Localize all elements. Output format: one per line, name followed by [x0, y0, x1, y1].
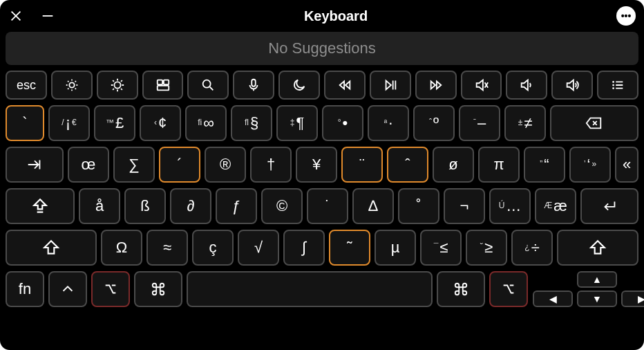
key-leftbracket[interactable]: ”“: [524, 147, 565, 183]
key-2[interactable]: ™£: [94, 105, 135, 141]
dictation-key[interactable]: [233, 71, 274, 100]
key-7[interactable]: °•: [322, 105, 363, 141]
brightness-down-key[interactable]: [51, 71, 93, 100]
microphone-icon: [246, 77, 261, 93]
key-5[interactable]: fl§: [231, 105, 272, 141]
window-title: Keyboard: [304, 8, 368, 24]
key-w[interactable]: ∑: [113, 147, 155, 183]
key-i[interactable]: ˆ: [387, 147, 428, 183]
rewind-icon: [337, 77, 352, 93]
key-k[interactable]: ˚: [398, 188, 439, 224]
spotlight-key[interactable]: [187, 71, 229, 100]
control-key[interactable]: [48, 271, 87, 307]
fast-forward-key[interactable]: [415, 71, 457, 100]
key-m[interactable]: µ: [375, 230, 416, 266]
command-left-key[interactable]: [134, 271, 182, 307]
option-right-key[interactable]: [489, 271, 528, 307]
brightness-down-icon: [64, 77, 79, 93]
list-icon: [610, 77, 625, 93]
key-semicolon[interactable]: Ú…: [489, 188, 531, 224]
key-minus[interactable]: ±≠: [504, 105, 546, 141]
close-button[interactable]: [8, 8, 23, 24]
key-g[interactable]: ©: [261, 188, 303, 224]
key-r[interactable]: ®: [205, 147, 246, 183]
command-icon: [151, 282, 166, 297]
arrow-down-key[interactable]: ▼: [577, 291, 617, 307]
svg-point-8: [612, 84, 614, 86]
key-6[interactable]: ‡¶: [276, 105, 318, 141]
key-4[interactable]: fi∞: [185, 105, 227, 141]
key-p[interactable]: π: [478, 147, 520, 183]
titlebar: Keyboard •••: [6, 6, 638, 26]
key-9[interactable]: ˆº: [413, 105, 455, 141]
key-backslash[interactable]: «: [615, 147, 638, 183]
list-key[interactable]: [597, 71, 638, 100]
svg-rect-2: [157, 80, 162, 84]
key-f[interactable]: ƒ: [216, 188, 257, 224]
key-comma[interactable]: ¯≤: [420, 230, 462, 266]
key-u[interactable]: ¨: [341, 147, 383, 183]
key-grave[interactable]: `: [6, 105, 44, 141]
volume-up-key[interactable]: [551, 71, 593, 100]
key-a[interactable]: å: [79, 188, 120, 224]
key-z[interactable]: Ω: [101, 230, 142, 266]
brightness-up-key[interactable]: [97, 71, 138, 100]
row-3: å ß ∂ ƒ © ˙ ∆ ˚ ¬ Ú… Ææ: [6, 188, 638, 224]
key-y[interactable]: ¥: [296, 147, 337, 183]
key-3[interactable]: ‹¢: [140, 105, 181, 141]
key-o[interactable]: ø: [433, 147, 474, 183]
key-1[interactable]: /¡€: [48, 105, 90, 141]
arrow-left-key[interactable]: ◀: [533, 291, 573, 307]
key-e[interactable]: ´: [159, 147, 200, 183]
option-left-key[interactable]: [91, 271, 130, 307]
fn-key[interactable]: fn: [6, 271, 44, 307]
key-d[interactable]: ∂: [170, 188, 211, 224]
fast-forward-icon: [428, 77, 444, 93]
function-row: esc: [6, 71, 638, 100]
key-0[interactable]: ˉ–: [459, 105, 500, 141]
key-q[interactable]: œ: [68, 147, 109, 183]
do-not-disturb-key[interactable]: [278, 71, 320, 100]
moon-icon: [292, 77, 307, 93]
key-period[interactable]: ˘≥: [466, 230, 507, 266]
arrow-up-key[interactable]: ▲: [577, 271, 617, 288]
play-pause-key[interactable]: [370, 71, 411, 100]
key-v[interactable]: √: [238, 230, 279, 266]
mission-control-key[interactable]: [142, 71, 184, 100]
key-8[interactable]: ª·: [368, 105, 409, 141]
command-icon: [453, 282, 468, 297]
arrow-right-key[interactable]: ▶: [621, 291, 644, 307]
shift-right-key[interactable]: [557, 230, 638, 266]
space-key[interactable]: [187, 271, 433, 307]
return-key[interactable]: [580, 188, 638, 224]
return-icon: [600, 197, 618, 215]
control-icon: [60, 282, 75, 297]
command-right-key[interactable]: [437, 271, 485, 307]
key-s[interactable]: ß: [124, 188, 166, 224]
key-b[interactable]: ∫: [283, 230, 325, 266]
volume-up-icon: [565, 77, 580, 93]
key-h[interactable]: ˙: [307, 188, 348, 224]
svg-rect-6: [252, 80, 256, 86]
key-x[interactable]: ≈: [146, 230, 188, 266]
key-n[interactable]: ˜: [329, 230, 370, 266]
key-c[interactable]: ç: [192, 230, 234, 266]
volume-down-key[interactable]: [506, 71, 547, 100]
more-button[interactable]: •••: [616, 6, 636, 26]
key-j[interactable]: ∆: [352, 188, 394, 224]
key-t[interactable]: †: [250, 147, 292, 183]
key-l[interactable]: ¬: [444, 188, 485, 224]
rewind-key[interactable]: [324, 71, 366, 100]
tab-key[interactable]: [6, 147, 64, 183]
key-quote[interactable]: Ææ: [535, 188, 576, 224]
key-slash[interactable]: ¿÷: [511, 230, 553, 266]
capslock-key[interactable]: [6, 188, 75, 224]
suggestions-bar[interactable]: No Suggestions: [6, 32, 638, 65]
shift-left-key[interactable]: [6, 230, 97, 266]
tab-icon: [26, 156, 44, 174]
key-rightbracket[interactable]: ’‘»: [569, 147, 611, 183]
mute-key[interactable]: [461, 71, 502, 100]
escape-key[interactable]: esc: [6, 71, 47, 100]
delete-key[interactable]: [550, 105, 638, 141]
minimize-button[interactable]: [40, 8, 55, 24]
